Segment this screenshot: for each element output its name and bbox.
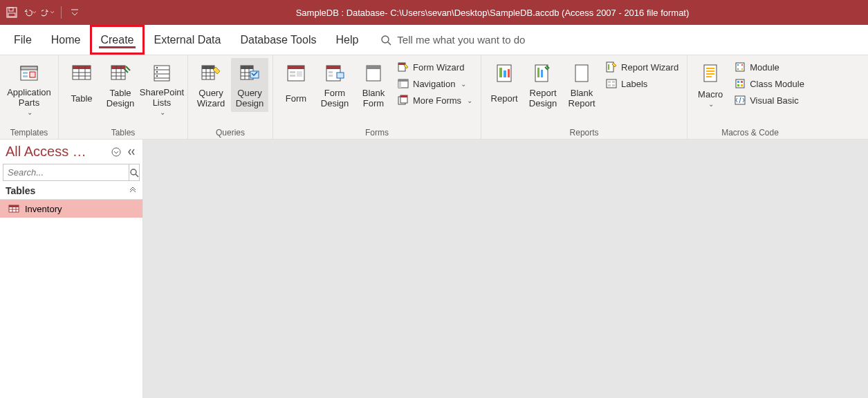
svg-rect-47 bbox=[537, 68, 539, 77]
tell-me-placeholder: Tell me what you want to do bbox=[397, 34, 525, 46]
svg-rect-23 bbox=[288, 66, 304, 69]
blank-report-label: Blank Report bbox=[565, 88, 598, 110]
nav-search-input[interactable] bbox=[3, 164, 129, 180]
form-design-button[interactable]: Form Design bbox=[316, 58, 353, 112]
search-icon[interactable] bbox=[129, 164, 139, 180]
sharepoint-lists-button[interactable]: SharePoint Lists⌄ bbox=[140, 58, 183, 118]
svg-rect-67 bbox=[741, 84, 743, 86]
class-module-label: Class Module bbox=[750, 79, 804, 89]
svg-rect-35 bbox=[398, 63, 405, 65]
form-wizard-button[interactable]: Form Wizard bbox=[394, 59, 477, 75]
table-object-icon bbox=[8, 203, 19, 214]
group-queries-label: Queries bbox=[192, 126, 268, 138]
svg-rect-49 bbox=[575, 65, 588, 82]
nav-category-header[interactable]: Tables bbox=[0, 181, 142, 200]
report-wizard-button[interactable]: Report Wizard bbox=[602, 59, 683, 75]
save-icon[interactable] bbox=[6, 6, 18, 19]
blank-report-icon bbox=[570, 61, 593, 85]
tab-create-label: Create bbox=[100, 34, 133, 46]
tell-me-search[interactable]: Tell me what you want to do bbox=[368, 25, 525, 55]
nav-pane-header[interactable]: All Access … bbox=[0, 140, 142, 164]
macro-button[interactable]: Macro⌄ bbox=[692, 58, 729, 112]
nav-object-inventory[interactable]: Inventory bbox=[0, 200, 142, 218]
blank-report-button[interactable]: Blank Report bbox=[563, 58, 600, 112]
nav-object-label: Inventory bbox=[25, 204, 62, 214]
form-button[interactable]: Form bbox=[277, 58, 315, 112]
labels-label: Labels bbox=[621, 79, 647, 89]
svg-rect-41 bbox=[400, 95, 407, 97]
form-design-label: Form Design bbox=[318, 88, 351, 110]
tab-file-label: File bbox=[14, 34, 32, 46]
form-wizard-icon bbox=[398, 61, 409, 73]
tab-help[interactable]: Help bbox=[326, 25, 368, 55]
module-button[interactable]: Module bbox=[730, 59, 809, 75]
lightbulb-icon bbox=[380, 35, 391, 46]
svg-rect-51 bbox=[608, 64, 609, 70]
workspace: All Access … Tables Inventory bbox=[0, 140, 868, 398]
group-reports: Report Report Design Blank Report Report… bbox=[481, 55, 687, 139]
module-icon bbox=[735, 61, 746, 73]
svg-point-59 bbox=[737, 64, 739, 66]
svg-point-15 bbox=[156, 71, 158, 73]
form-wizard-label: Form Wizard bbox=[413, 62, 464, 73]
group-queries: Query Wizard Query Design Queries bbox=[188, 55, 273, 139]
application-parts-button[interactable]: Application Parts⌄ bbox=[4, 58, 54, 118]
table-design-button[interactable]: Table Design bbox=[102, 58, 139, 112]
svg-rect-63 bbox=[736, 79, 744, 88]
svg-rect-8 bbox=[30, 72, 35, 77]
table-button[interactable]: Table bbox=[63, 58, 100, 112]
navigation-button[interactable]: Navigation⌄ bbox=[394, 76, 477, 91]
undo-icon[interactable] bbox=[24, 6, 36, 19]
tab-database-tools[interactable]: Database Tools bbox=[230, 25, 326, 55]
title-bar: SampleDB : Database- C:\Users\sevan\Desk… bbox=[0, 0, 868, 25]
report-design-label: Report Design bbox=[526, 88, 560, 110]
svg-point-62 bbox=[741, 68, 743, 70]
labels-button[interactable]: Labels bbox=[602, 76, 683, 91]
customize-qat-icon[interactable] bbox=[68, 6, 81, 19]
tab-file[interactable]: File bbox=[4, 25, 41, 55]
navigation-icon bbox=[398, 78, 409, 89]
form-design-icon bbox=[323, 61, 347, 85]
report-wizard-icon bbox=[606, 61, 617, 73]
svg-rect-48 bbox=[541, 70, 543, 77]
svg-rect-24 bbox=[290, 71, 295, 73]
tab-home[interactable]: Home bbox=[41, 25, 91, 55]
svg-rect-43 bbox=[499, 68, 502, 77]
svg-point-70 bbox=[131, 169, 136, 175]
svg-rect-72 bbox=[9, 205, 19, 207]
group-macros-code: Macro⌄ Module Class Module Visual Basic … bbox=[687, 55, 813, 139]
svg-point-60 bbox=[741, 64, 743, 66]
query-design-icon bbox=[238, 61, 261, 85]
visual-basic-button[interactable]: Visual Basic bbox=[730, 93, 809, 108]
svg-rect-1 bbox=[9, 8, 13, 11]
query-wizard-icon bbox=[199, 61, 223, 85]
more-forms-button[interactable]: More Forms⌄ bbox=[394, 93, 477, 108]
tab-external-data[interactable]: External Data bbox=[145, 25, 231, 55]
tab-create[interactable]: Create bbox=[90, 25, 144, 55]
svg-rect-56 bbox=[612, 84, 615, 86]
tab-help-label: Help bbox=[335, 34, 358, 46]
report-design-button[interactable]: Report Design bbox=[524, 58, 562, 112]
report-design-icon bbox=[531, 61, 555, 85]
query-wizard-button[interactable]: Query Wizard bbox=[192, 58, 230, 112]
report-button[interactable]: Report bbox=[486, 58, 523, 112]
class-module-button[interactable]: Class Module bbox=[730, 76, 809, 91]
svg-rect-29 bbox=[329, 71, 333, 73]
table-label: Table bbox=[71, 88, 92, 110]
svg-rect-58 bbox=[736, 63, 744, 71]
query-design-button[interactable]: Query Design bbox=[231, 58, 268, 112]
chevron-down-circle-icon[interactable] bbox=[111, 146, 122, 158]
svg-point-3 bbox=[382, 36, 389, 43]
svg-rect-5 bbox=[21, 66, 37, 70]
navigation-label: Navigation bbox=[413, 79, 455, 89]
group-reports-label: Reports bbox=[486, 126, 683, 138]
svg-point-14 bbox=[156, 67, 158, 68]
blank-form-button[interactable]: Blank Form bbox=[355, 58, 392, 112]
shutter-collapse-icon[interactable] bbox=[126, 146, 137, 158]
redo-icon[interactable] bbox=[41, 6, 54, 19]
group-tables: Table Table Design SharePoint Lists⌄ Tab… bbox=[59, 55, 188, 139]
group-forms-label: Forms bbox=[277, 126, 477, 138]
svg-point-69 bbox=[112, 148, 120, 156]
svg-rect-25 bbox=[290, 75, 295, 77]
svg-rect-7 bbox=[23, 75, 28, 77]
